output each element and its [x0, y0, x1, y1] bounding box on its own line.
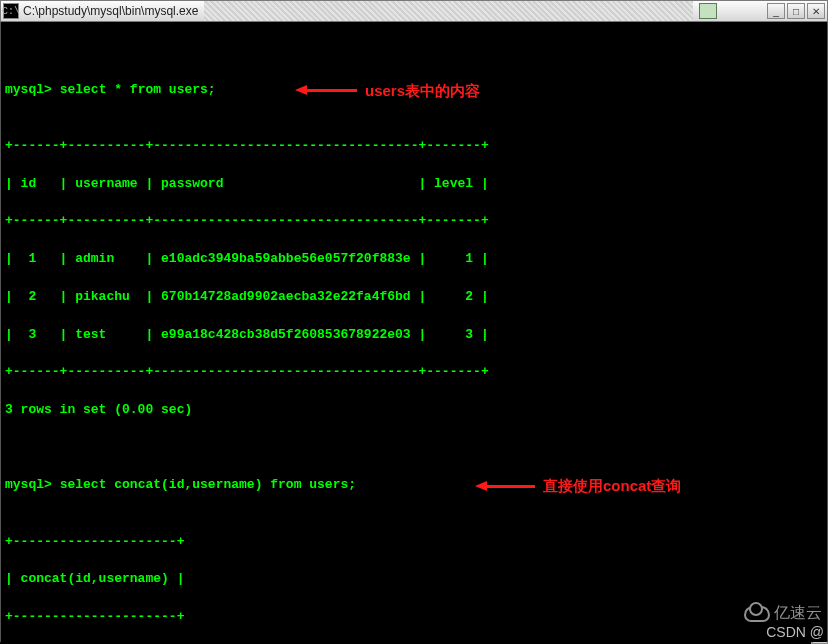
table-header: | concat(id,username) |: [5, 570, 823, 589]
query1-line: mysql> select * from users; users表中的内容: [5, 81, 823, 119]
terminal-line: [5, 43, 823, 62]
watermark-yisu: 亿速云: [744, 603, 822, 624]
annotation-text: 直接使用concat查询: [543, 475, 681, 497]
app-icon: C:\: [3, 3, 19, 19]
sql-query: select * from users;: [60, 82, 216, 97]
maximize-button[interactable]: □: [787, 3, 805, 19]
annotation-2: 直接使用concat查询: [475, 475, 681, 497]
result-footer: 3 rows in set (0.00 sec): [5, 401, 823, 420]
prompt: mysql>: [5, 477, 52, 492]
table-row: | 1 | admin | e10adc3949ba59abbe56e057f2…: [5, 250, 823, 269]
annotation-1: users表中的内容: [295, 80, 480, 102]
table-border: +---------------------+: [5, 533, 823, 552]
blank-line: [5, 439, 823, 458]
arrow-line: [307, 89, 357, 92]
arrow-left-icon: [475, 481, 487, 491]
close-button[interactable]: ✕: [807, 3, 825, 19]
prompt: mysql>: [5, 82, 52, 97]
window-titlebar: C:\ C:\phpstudy\mysql\bin\mysql.exe _ □ …: [0, 0, 828, 22]
annotation-text: users表中的内容: [365, 80, 480, 102]
arrow-left-icon: [295, 85, 307, 95]
table-row: | 2 | pikachu | 670b14728ad9902aecba32e2…: [5, 288, 823, 307]
sql-query: select concat(id,username) from users;: [60, 477, 356, 492]
cloud-icon: [744, 606, 770, 622]
watermark-csdn: CSDN @: [766, 624, 824, 640]
watermark-text: 亿速云: [774, 603, 822, 624]
table-border: +------+----------+---------------------…: [5, 363, 823, 382]
table-border: +------+----------+---------------------…: [5, 137, 823, 156]
window-title: C:\phpstudy\mysql\bin\mysql.exe: [23, 4, 198, 18]
table-row: | 3 | test | e99a18c428cb38d5f2608536789…: [5, 326, 823, 345]
query2-line: mysql> select concat(id,username) from u…: [5, 476, 823, 514]
table-border: +---------------------+: [5, 608, 823, 627]
titlebar-extra-icon: [699, 3, 717, 19]
window-buttons: _ □ ✕: [767, 3, 825, 19]
titlebar-spacer: [204, 1, 693, 21]
arrow-line: [487, 485, 535, 488]
table-header: | id | username | password | level |: [5, 175, 823, 194]
table-border: +------+----------+---------------------…: [5, 212, 823, 231]
minimize-button[interactable]: _: [767, 3, 785, 19]
terminal-area[interactable]: mysql> select * from users; users表中的内容 +…: [0, 22, 828, 642]
